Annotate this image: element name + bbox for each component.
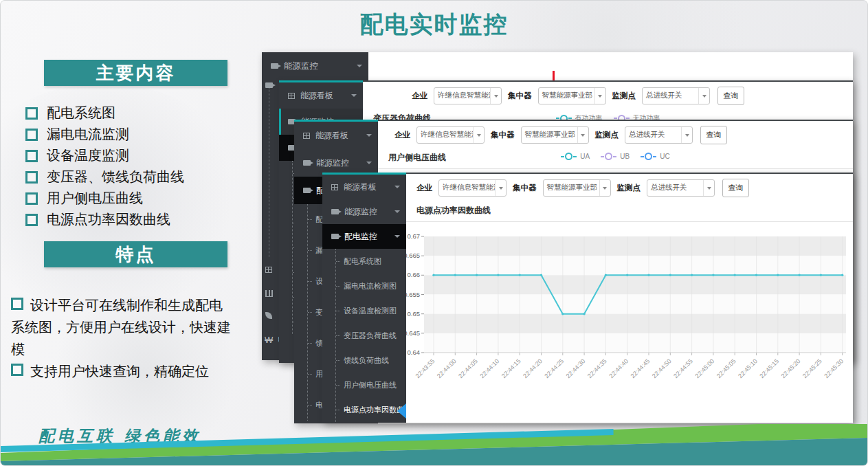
sidebar-submenu: 配电系统图漏电电流检测图设备温度检测图变压器负荷曲线馈线负荷曲线用户侧电压曲线电… <box>335 249 406 422</box>
svg-text:22:45:20: 22:45:20 <box>780 357 802 379</box>
sidebar-subitem[interactable]: 配电系统图 <box>336 249 406 274</box>
sidebar-item-label: 能源看板 <box>315 130 348 142</box>
svg-text:0.655: 0.655 <box>406 291 420 298</box>
sidebar-item-energy-board[interactable]: 能源看板 <box>279 82 363 109</box>
sidebar-item-distribution-monitor[interactable]: 配电监控 <box>322 224 406 249</box>
company-select[interactable]: 许继信息智慧能源 <box>438 179 507 197</box>
dropdown-arrow-icon <box>473 127 484 143</box>
concentrator-select[interactable]: 智慧能源事业部 <box>538 87 606 104</box>
svg-text:0.65: 0.65 <box>408 310 421 318</box>
sidebar-subitem[interactable]: 漏电电流检测图 <box>336 274 406 298</box>
svg-text:22:44:25: 22:44:25 <box>543 357 565 379</box>
monitor-point-select[interactable]: 总进线开关 <box>647 179 715 197</box>
legend-dash <box>626 118 630 119</box>
chevron-down-icon <box>357 65 362 67</box>
dropdown-arrow-icon <box>698 88 709 104</box>
dropdown-arrow-icon <box>594 88 605 104</box>
active-item-arrow-icon <box>397 403 406 419</box>
chevron-down-icon <box>394 235 400 238</box>
query-button[interactable]: 查询 <box>722 179 749 197</box>
sidebar-item-energy-board[interactable]: 能源看板 <box>322 175 406 199</box>
caret-icon <box>598 95 602 100</box>
bullet-square-icon <box>25 129 38 141</box>
monitor-point-select[interactable]: 总进线开关 <box>642 87 710 104</box>
concentrator-select[interactable]: 智慧能源事业部 <box>543 179 611 197</box>
svg-text:22:43:55: 22:43:55 <box>414 357 436 379</box>
caret-icon <box>685 134 689 139</box>
svg-text:22:44:00: 22:44:00 <box>436 357 458 379</box>
legend-dash <box>556 118 559 119</box>
dropdown-arrow-icon <box>490 88 501 104</box>
svg-text:22:45:25: 22:45:25 <box>801 357 823 379</box>
list-item-label: 配电系统图 <box>47 104 115 122</box>
list-item: 变压器、馈线负荷曲线 <box>25 166 184 188</box>
svg-text:22:45:15: 22:45:15 <box>758 357 780 379</box>
sidebar-subitem[interactable]: 馈线负荷曲线 <box>336 348 406 373</box>
sidebar-subitem[interactable]: 用户侧电压曲线 <box>336 373 406 397</box>
list-item: 电源点功率因数曲线 <box>25 209 184 230</box>
company-select[interactable]: 许继信息智慧能源 <box>434 87 502 104</box>
legend-item[interactable]: UB <box>601 153 630 160</box>
sidebar-item-energy-monitor[interactable]: 能源监控 <box>262 52 368 80</box>
grid-icon[interactable] <box>265 267 272 273</box>
bullet-square-icon <box>25 107 38 120</box>
chart-legend: UAUBUC <box>378 153 853 160</box>
leaf-icon[interactable] <box>265 312 272 319</box>
legend-dash <box>573 156 577 157</box>
sidebar-subitem[interactable]: 设备温度检测图 <box>336 298 406 323</box>
dropdown-arrow-icon <box>703 180 714 196</box>
monitor-point-label: 监测点 <box>612 91 636 101</box>
chevron-down-icon <box>394 186 400 188</box>
legend-label: UB <box>620 153 630 160</box>
list-item: 配电系统图 <box>25 102 184 124</box>
camera-icon <box>303 188 311 193</box>
page-title: 配电实时监控 <box>1 9 867 41</box>
company-label: 企业 <box>416 183 432 193</box>
grid-icon <box>288 93 295 99</box>
legend-dash <box>653 156 656 157</box>
select-value: 总进线开关 <box>643 91 698 100</box>
legend-item[interactable]: UA <box>561 153 590 160</box>
company-label: 企业 <box>412 91 427 101</box>
concentrator-label: 集中器 <box>513 183 537 193</box>
main-content-list: 配电系统图漏电电流监测设备温度监测变压器、馈线负荷曲线用户侧电压曲线电源点功率因… <box>25 102 184 230</box>
svg-text:22:44:15: 22:44:15 <box>500 357 522 379</box>
svg-text:22:44:55: 22:44:55 <box>672 357 694 379</box>
caret-icon <box>494 95 498 100</box>
bar-chart-icon[interactable] <box>265 290 273 297</box>
legend-dash <box>613 156 616 157</box>
legend-label: UA <box>580 153 590 160</box>
monitor-point-select[interactable]: 总进线开关 <box>625 126 693 144</box>
tree-guide <box>269 88 269 257</box>
caret-icon <box>707 187 711 192</box>
svg-text:22:45:00: 22:45:00 <box>693 357 715 379</box>
svg-text:22:44:20: 22:44:20 <box>522 357 544 379</box>
camera-icon <box>303 160 311 166</box>
dropdown-arrow-icon <box>495 180 506 196</box>
legend-item[interactable]: UC <box>641 153 669 160</box>
concentrator-select[interactable]: 智慧能源事业部 <box>521 126 589 144</box>
svg-text:22:44:10: 22:44:10 <box>478 357 500 379</box>
grid-icon <box>303 133 310 139</box>
caret-icon <box>603 187 607 192</box>
caret-icon <box>581 134 585 139</box>
select-value: 总进线开关 <box>625 130 681 140</box>
svg-text:0.645: 0.645 <box>406 329 420 337</box>
concentrator-label: 集中器 <box>491 130 515 140</box>
query-button[interactable]: 查询 <box>700 126 727 144</box>
svg-text:22:44:40: 22:44:40 <box>608 357 630 379</box>
sidebar-item-label: 配电监控 <box>344 231 377 243</box>
sidebar-subitem[interactable]: 变压器负荷曲线 <box>336 323 406 348</box>
bullet-square-icon <box>25 150 38 162</box>
filter-bar: 企业许继信息智慧能源集中器智慧能源事业部监测点总进线开关查询 <box>406 174 853 201</box>
company-select[interactable]: 许继信息智慧能源 <box>416 126 485 144</box>
query-button[interactable]: 查询 <box>717 87 744 105</box>
content-area: 企业许继信息智慧能源集中器智慧能源事业部监测点总进线开关查询 电源点功率因数曲线… <box>406 174 853 423</box>
chevron-down-icon <box>351 94 357 97</box>
select-value: 许继信息智慧能源 <box>417 130 473 140</box>
filter-bar: 企业许继信息智慧能源集中器智慧能源事业部监测点总进线开关查询 <box>363 82 853 109</box>
sidebar-item-energy-board[interactable]: 能源看板 <box>294 122 378 149</box>
sidebar-item-energy-monitor[interactable]: 能源监控 <box>322 199 406 224</box>
svg-text:0.665: 0.665 <box>406 252 420 259</box>
sidebar-subitem[interactable]: 电源点功率因数曲线 <box>336 397 406 422</box>
